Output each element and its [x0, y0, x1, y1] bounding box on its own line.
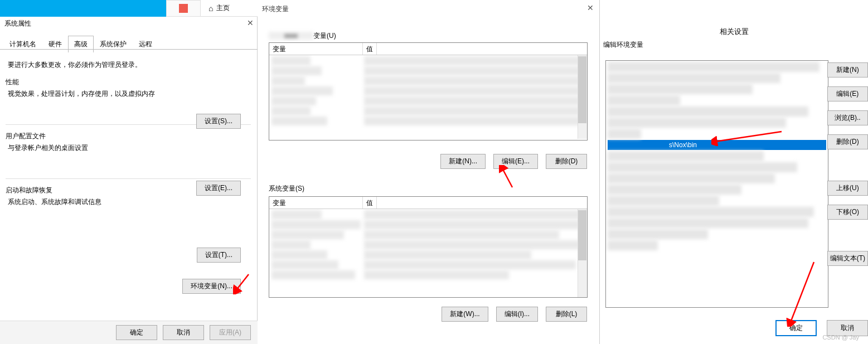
system-properties-dialog: ⌂ 主页 系统属性 ✕ 计算机名 硬件 高级 系统保护 远程 要进行大多数更改，…	[0, 0, 258, 344]
close-icon[interactable]: ✕	[247, 18, 254, 27]
delete-user-var-button[interactable]: 删除(D)	[546, 154, 587, 169]
tab-strip: 计算机名 硬件 高级 系统保护 远程	[3, 36, 158, 52]
delete-sys-var-button[interactable]: 删除(L)	[546, 307, 587, 322]
settings-performance-button[interactable]: 设置(S)...	[196, 114, 241, 129]
related-settings-header: 相关设置	[600, 27, 868, 37]
startup-desc: 系统启动、系统故障和调试信息	[8, 197, 251, 207]
system-vars-list[interactable]: 变量 值	[269, 196, 588, 298]
user-vars-label: xxxx变量(U)	[269, 31, 336, 41]
ok-button[interactable]: 确定	[775, 320, 817, 336]
path-row-selected[interactable]: s\Nox\bin	[608, 140, 826, 150]
column-variable: 变量	[269, 197, 363, 209]
settings-startup-button[interactable]: 设置(T)...	[197, 248, 241, 263]
tab-remote[interactable]: 远程	[133, 36, 158, 52]
browse-button[interactable]: 浏览(B)..	[827, 110, 868, 125]
column-value: 值	[363, 197, 377, 209]
performance-group-title: 性能	[6, 77, 251, 87]
new-path-button[interactable]: 新建(N)	[827, 62, 868, 77]
environment-variables-button[interactable]: 环境变量(N)...	[182, 279, 241, 294]
move-down-button[interactable]: 下移(O)	[827, 205, 868, 220]
move-up-button[interactable]: 上移(U)	[827, 181, 868, 196]
edit-user-var-button[interactable]: 编辑(E)...	[493, 154, 538, 169]
delete-path-button[interactable]: 删除(D)	[827, 134, 868, 149]
path-list[interactable]: s\Nox\bin	[605, 60, 828, 308]
selected-path-text: s\Nox\bin	[669, 141, 697, 149]
watermark: CSDN @ Jay	[822, 334, 859, 341]
settings-profiles-button[interactable]: 设置(E)...	[196, 181, 241, 196]
home-label: 主页	[216, 3, 230, 13]
new-user-var-button[interactable]: 新建(N)...	[440, 154, 486, 169]
performance-desc: 视觉效果，处理器计划，内存使用，以及虚拟内存	[8, 89, 251, 99]
admin-notice: 要进行大多数更改，你必须作为管理员登录。	[8, 60, 249, 70]
scrollbar[interactable]	[578, 209, 587, 297]
dialog-footer: 确定 取消 应用(A)	[0, 321, 258, 344]
edit-text-button[interactable]: 编辑文本(T)	[827, 251, 868, 266]
profiles-desc: 与登录帐户相关的桌面设置	[8, 143, 251, 153]
ok-button[interactable]: 确定	[116, 325, 157, 340]
system-vars-label: 系统变量(S)	[269, 184, 304, 193]
user-vars-list[interactable]: 变量 值	[269, 42, 588, 140]
edit-sys-var-button[interactable]: 编辑(I)...	[496, 307, 538, 322]
home-icon: ⌂	[208, 4, 213, 13]
red-app-icon	[166, 0, 201, 17]
profiles-group-title: 用户配置文件	[6, 132, 251, 141]
environment-variables-dialog: 环境变量 ✕ xxxx变量(U) 变量 值 新建(N)... 编辑(E)... …	[258, 0, 600, 344]
edit-env-title: 编辑环境变量	[603, 40, 643, 50]
home-button[interactable]: ⌂ 主页	[201, 0, 237, 17]
edit-env-variable-dialog: 相关设置 编辑环境变量 s\Nox\bin 新建(N) 编辑(E) 浏览(B).…	[600, 0, 868, 344]
app-toolbar: ⌂ 主页	[166, 0, 258, 17]
app-titlebar	[0, 0, 166, 17]
cancel-button[interactable]: 取消	[163, 325, 204, 340]
scrollbar[interactable]	[578, 55, 587, 139]
edit-buttons-column: 新建(N) 编辑(E) 浏览(B).. 删除(D) 上移(U) 下移(O) 编辑…	[827, 62, 868, 266]
env-dialog-title: 环境变量	[262, 4, 289, 14]
edit-path-button[interactable]: 编辑(E)	[827, 86, 868, 101]
tab-system-protection[interactable]: 系统保护	[94, 36, 133, 52]
apply-button[interactable]: 应用(A)	[210, 325, 251, 340]
tab-hardware[interactable]: 硬件	[42, 36, 68, 52]
column-value: 值	[363, 43, 377, 55]
tab-advanced[interactable]: 高级	[68, 36, 94, 52]
column-variable: 变量	[269, 43, 363, 55]
tab-computer-name[interactable]: 计算机名	[3, 36, 42, 52]
close-icon[interactable]: ✕	[587, 3, 594, 12]
dialog-title: 系统属性	[0, 17, 258, 31]
new-sys-var-button[interactable]: 新建(W)...	[442, 307, 488, 322]
